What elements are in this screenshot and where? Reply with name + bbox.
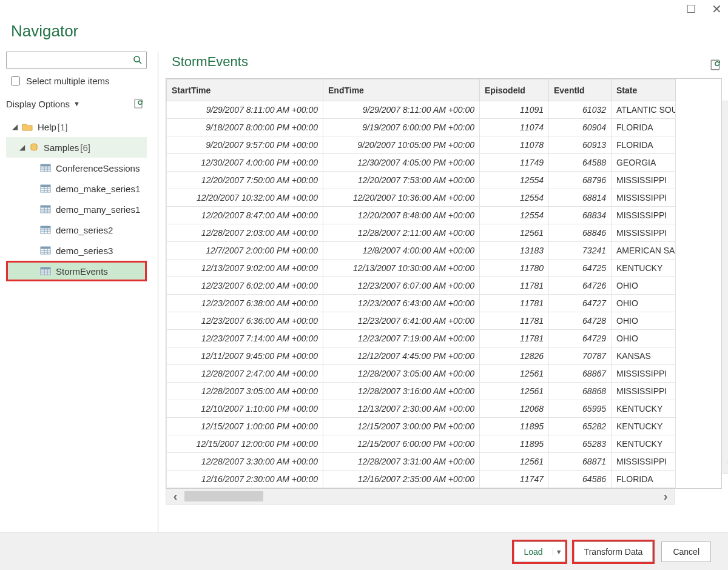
scroll-thumb[interactable] xyxy=(184,491,263,501)
table-row[interactable]: 12/13/2007 9:02:00 AM +00:0012/13/2007 1… xyxy=(167,260,676,277)
table-row[interactable]: 12/28/2007 2:03:00 AM +00:0012/28/2007 2… xyxy=(167,224,676,242)
load-button[interactable]: Load ▼ xyxy=(514,542,565,562)
footer: Load ▼ Transform Data Cancel xyxy=(0,532,728,570)
vertical-scrollbar[interactable]: ˄ ˅ xyxy=(723,101,728,474)
cell-eventid: 64729 xyxy=(549,330,612,347)
table-row[interactable]: 12/11/2007 9:45:00 PM +00:0012/12/2007 4… xyxy=(167,347,676,365)
table-row[interactable]: 9/18/2007 8:00:00 PM +00:009/19/2007 6:0… xyxy=(167,119,676,136)
search-wrap xyxy=(6,52,147,69)
table-row[interactable]: 12/23/2007 7:14:00 AM +00:0012/23/2007 7… xyxy=(167,330,676,347)
col-episodeid[interactable]: EpisodeId xyxy=(480,79,549,101)
search-icon[interactable] xyxy=(129,55,146,65)
table-row[interactable]: 9/29/2007 8:11:00 AM +00:009/29/2007 8:1… xyxy=(167,101,676,119)
cell-starttime: 12/23/2007 6:02:00 AM +00:00 xyxy=(167,277,323,295)
table-row[interactable]: 12/28/2007 3:05:00 AM +00:0012/28/2007 3… xyxy=(167,383,676,400)
table-row[interactable]: 12/23/2007 6:02:00 AM +00:0012/23/2007 6… xyxy=(167,277,676,295)
svg-rect-17 xyxy=(41,185,50,187)
table-icon xyxy=(40,246,51,255)
col-eventid[interactable]: EventId xyxy=(549,79,612,101)
preview-table: StartTime EndTime EpisodeId EventId Stat… xyxy=(166,78,722,489)
refresh-tree-icon[interactable] xyxy=(133,98,144,109)
cell-starttime: 12/28/2007 2:03:00 AM +00:00 xyxy=(167,224,323,242)
cell-eventid: 64725 xyxy=(549,260,612,277)
tree-item-demo_many_series1[interactable]: demo_many_series1 xyxy=(6,199,147,220)
close-icon[interactable]: ✕ xyxy=(712,3,722,15)
table-row[interactable]: 12/15/2007 12:00:00 PM +00:0012/15/2007 … xyxy=(167,435,676,453)
load-dropdown-icon[interactable]: ▼ xyxy=(553,548,565,555)
tree-item-conferencesessions[interactable]: ConferenceSessions xyxy=(6,158,147,178)
cell-eventid: 64727 xyxy=(549,295,612,312)
table-row[interactable]: 12/20/2007 7:50:00 AM +00:0012/20/2007 7… xyxy=(167,172,676,189)
cell-endtime: 12/23/2007 7:19:00 AM +00:00 xyxy=(323,330,480,347)
cell-state: AMERICAN SA xyxy=(612,242,676,260)
cell-endtime: 12/30/2007 4:05:00 PM +00:00 xyxy=(323,154,480,172)
table-icon xyxy=(40,267,51,275)
table-row[interactable]: 12/16/2007 2:30:00 AM +00:0012/16/2007 2… xyxy=(167,471,676,488)
cell-starttime: 9/20/2007 9:57:00 PM +00:00 xyxy=(167,136,323,154)
cell-endtime: 12/28/2007 3:05:00 AM +00:00 xyxy=(323,365,480,383)
cell-endtime: 12/15/2007 6:00:00 PM +00:00 xyxy=(323,435,480,453)
table-row[interactable]: 12/30/2007 4:00:00 PM +00:0012/30/2007 4… xyxy=(167,154,676,172)
divider xyxy=(158,52,158,552)
tree-item-label: demo_make_series1 xyxy=(56,184,140,194)
table-row[interactable]: 9/20/2007 9:57:00 PM +00:009/20/2007 10:… xyxy=(167,136,676,154)
col-starttime[interactable]: StartTime xyxy=(167,79,323,101)
table-row[interactable]: 12/20/2007 8:47:00 AM +00:0012/20/2007 8… xyxy=(167,207,676,224)
table-row[interactable]: 12/20/2007 10:32:00 AM +00:0012/20/2007 … xyxy=(167,189,676,207)
cell-state: FLORIDA xyxy=(612,119,676,136)
folder-icon xyxy=(22,122,33,131)
maximize-icon[interactable]: ☐ xyxy=(686,4,696,15)
refresh-preview-icon[interactable] xyxy=(710,59,722,71)
table-row[interactable]: 12/23/2007 6:38:00 AM +00:0012/23/2007 6… xyxy=(167,295,676,312)
tree-item-demo_make_series1[interactable]: demo_make_series1 xyxy=(6,178,147,199)
cell-eventid: 65995 xyxy=(549,400,612,418)
cell-starttime: 12/20/2007 7:50:00 AM +00:00 xyxy=(167,172,323,189)
tree-node-help[interactable]: ◢ Help [1] xyxy=(6,116,147,137)
col-endtime[interactable]: EndTime xyxy=(323,79,480,101)
cell-state: MISSISSIPPI xyxy=(612,224,676,242)
cell-episodeid: 13183 xyxy=(480,242,549,260)
cell-endtime: 9/20/2007 10:05:00 PM +00:00 xyxy=(323,136,480,154)
cell-eventid: 68871 xyxy=(549,453,612,471)
table-row[interactable]: 12/10/2007 1:10:00 PM +00:0012/13/2007 2… xyxy=(167,400,676,418)
tree-item-demo_series3[interactable]: demo_series3 xyxy=(6,240,147,261)
svg-rect-45 xyxy=(41,267,50,269)
tree-item-demo_series2[interactable]: demo_series2 xyxy=(6,220,147,240)
cell-episodeid: 12554 xyxy=(480,172,549,189)
cell-episodeid: 11747 xyxy=(480,471,549,488)
tree-node-samples[interactable]: ◢ Samples [6] xyxy=(6,137,147,158)
cell-endtime: 12/8/2007 4:00:00 AM +00:00 xyxy=(323,242,480,260)
cell-starttime: 12/28/2007 2:47:00 AM +00:00 xyxy=(167,365,323,383)
cell-starttime: 9/18/2007 8:00:00 PM +00:00 xyxy=(167,119,323,136)
cell-episodeid: 11749 xyxy=(480,154,549,172)
cell-eventid: 73241 xyxy=(549,242,612,260)
table-row[interactable]: 12/28/2007 3:30:00 AM +00:0012/28/2007 3… xyxy=(167,453,676,471)
cell-starttime: 12/15/2007 12:00:00 PM +00:00 xyxy=(167,435,323,453)
scroll-track[interactable] xyxy=(184,489,656,504)
transform-data-button[interactable]: Transform Data xyxy=(574,542,653,562)
select-multiple-checkbox[interactable] xyxy=(11,76,20,86)
tree-item-label: StormEvents xyxy=(56,266,108,277)
tree-item-stormevents[interactable]: StormEvents xyxy=(6,261,147,281)
table-row[interactable]: 12/7/2007 2:00:00 PM +00:0012/8/2007 4:0… xyxy=(167,242,676,260)
horizontal-scrollbar[interactable]: ‹ › xyxy=(166,489,675,505)
tree: ◢ Help [1] ◢ Samples [6] ConferenceSessi… xyxy=(6,116,147,281)
scroll-left-icon[interactable]: ‹ xyxy=(166,489,184,503)
table-row[interactable]: 12/15/2007 1:00:00 PM +00:0012/15/2007 3… xyxy=(167,418,676,435)
cell-episodeid: 11781 xyxy=(480,277,549,295)
cell-state: KENTUCKY xyxy=(612,418,676,435)
display-options-dropdown[interactable]: Display Options ▼ xyxy=(6,96,147,116)
cell-episodeid: 11781 xyxy=(480,295,549,312)
title-bar: ☐ ✕ xyxy=(0,0,728,18)
table-row[interactable]: 12/23/2007 6:36:00 AM +00:0012/23/2007 6… xyxy=(167,312,676,330)
tree-item-label: ConferenceSessions xyxy=(56,163,140,173)
select-multiple-toggle[interactable]: Select multiple items xyxy=(6,69,147,93)
col-state[interactable]: State xyxy=(612,79,676,101)
cell-endtime: 12/20/2007 7:53:00 AM +00:00 xyxy=(323,172,480,189)
table-row[interactable]: 12/28/2007 2:47:00 AM +00:0012/28/2007 3… xyxy=(167,365,676,383)
cancel-button[interactable]: Cancel xyxy=(661,542,711,562)
search-input[interactable] xyxy=(7,55,129,65)
scroll-right-icon[interactable]: › xyxy=(656,489,675,503)
cell-episodeid: 11078 xyxy=(480,136,549,154)
cell-starttime: 12/20/2007 8:47:00 AM +00:00 xyxy=(167,207,323,224)
